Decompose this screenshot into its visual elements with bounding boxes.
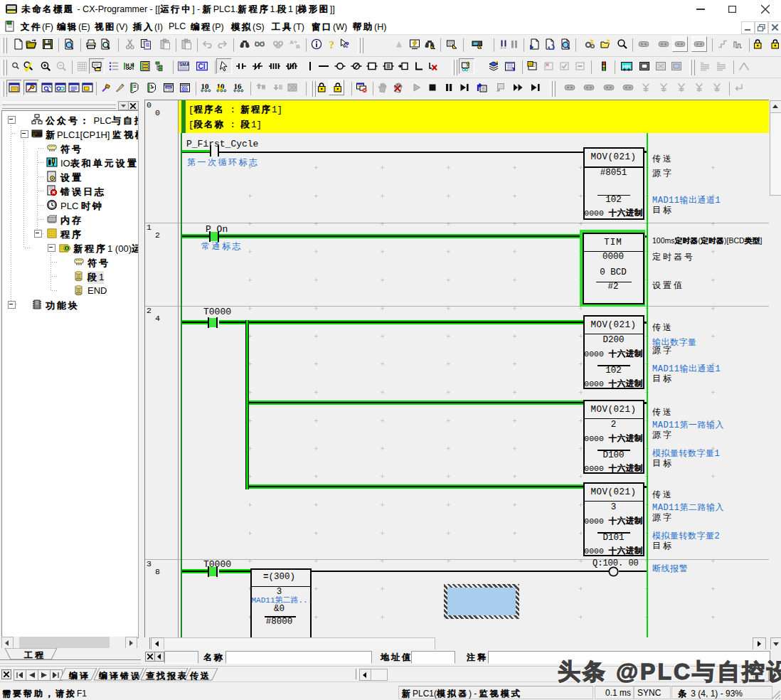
svg-text:B: B bbox=[296, 43, 300, 50]
svg-text:CI: CI bbox=[198, 63, 206, 70]
svg-text:H H: H H bbox=[126, 63, 134, 68]
svg-text:HR: HR bbox=[622, 63, 631, 70]
svg-text:?: ? bbox=[329, 39, 335, 51]
svg-text:?: ? bbox=[345, 40, 349, 50]
svg-text:16: 16 bbox=[234, 82, 243, 90]
svg-text:A: A bbox=[289, 39, 294, 46]
svg-text:002: 002 bbox=[181, 88, 188, 92]
svg-text:10: 10 bbox=[201, 82, 210, 90]
svg-text:SMA: SMA bbox=[179, 62, 189, 67]
